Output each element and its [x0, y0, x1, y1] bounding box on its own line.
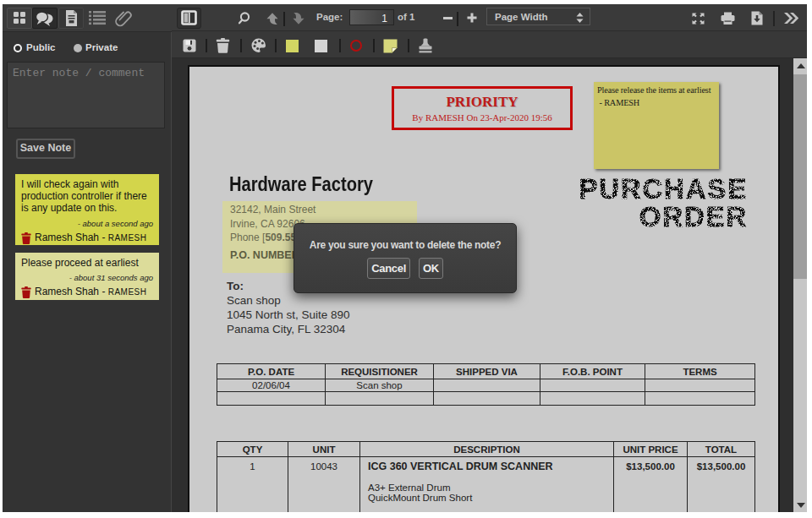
- svg-text:ORDER: ORDER: [639, 201, 748, 232]
